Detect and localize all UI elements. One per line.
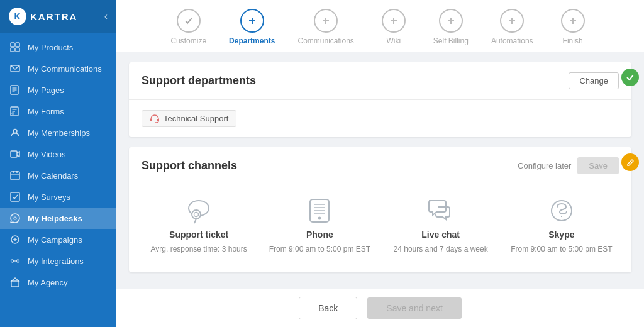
skype-name: Skype bbox=[548, 230, 574, 240]
step-label-automations: Automations bbox=[491, 36, 533, 45]
svg-line-43 bbox=[194, 219, 196, 223]
channels-card: Support channels Configure later Save Su… bbox=[129, 147, 631, 272]
channel-phone: Phone From 9:00 am to 5:00 pm EST bbox=[262, 191, 377, 260]
integrations-icon bbox=[10, 256, 21, 266]
wizard-step-departments[interactable]: Departments bbox=[218, 9, 286, 45]
channels-card-header: Support channels Configure later Save bbox=[129, 147, 631, 184]
departments-card-body: Technical Support bbox=[129, 100, 631, 137]
channel-live-chat: Live chat 24 hours and 7 days a week bbox=[384, 191, 498, 260]
sidebar-header: K KARTRA ‹ bbox=[0, 0, 116, 33]
step-circle-self-billing bbox=[439, 9, 463, 33]
sidebar-item-surveys[interactable]: My Surveys bbox=[0, 186, 116, 208]
svg-point-13 bbox=[13, 130, 17, 133]
svg-point-23 bbox=[17, 260, 19, 262]
svg-rect-1 bbox=[16, 43, 19, 47]
support-ticket-desc: Avrg. response time: 3 hours bbox=[151, 245, 247, 253]
page-footer: Back Save and next bbox=[116, 289, 644, 327]
phone-icon bbox=[305, 197, 334, 224]
change-button[interactable]: Change bbox=[569, 72, 619, 89]
sidebar-nav: My Products My Communications My Pages M… bbox=[0, 33, 116, 327]
sidebar-item-products[interactable]: My Products bbox=[0, 36, 116, 58]
main-content: Customize Departments Communications Wik… bbox=[116, 0, 644, 327]
forms-icon bbox=[10, 106, 21, 116]
sidebar-item-integrations[interactable]: My Integrations bbox=[0, 250, 116, 272]
tag-headset-icon bbox=[150, 114, 160, 123]
channel-skype: Skype From 9:00 am to 5:00 pm EST bbox=[504, 191, 619, 260]
channel-support-ticket: Support ticket Avrg. response time: 3 ho… bbox=[142, 191, 256, 260]
sidebar-item-agency[interactable]: My Agency bbox=[0, 272, 116, 293]
svg-rect-14 bbox=[11, 151, 17, 157]
svg-point-22 bbox=[11, 260, 14, 262]
helpdesks-icon bbox=[10, 213, 21, 223]
departments-card-header: Support departments Change bbox=[129, 62, 631, 100]
sidebar-collapse-button[interactable]: ‹ bbox=[104, 11, 108, 22]
sidebar-item-pages[interactable]: My Pages bbox=[0, 79, 116, 101]
products-icon bbox=[10, 42, 21, 52]
step-label-self-billing: Self Billing bbox=[433, 36, 469, 45]
step-label-communications: Communications bbox=[297, 36, 353, 45]
tag-label: Technical Support bbox=[164, 114, 228, 123]
step-circle-finish bbox=[561, 9, 585, 33]
logo-k-badge: K bbox=[9, 8, 26, 25]
configure-later-button[interactable]: Configure later bbox=[518, 161, 571, 170]
wizard-step-customize[interactable]: Customize bbox=[159, 9, 218, 45]
live-chat-name: Live chat bbox=[421, 230, 460, 240]
videos-icon bbox=[10, 149, 21, 159]
channels-title: Support channels bbox=[142, 159, 237, 172]
wizard-step-finish[interactable]: Finish bbox=[545, 9, 601, 45]
channels-actions: Configure later Save bbox=[518, 157, 619, 174]
sidebar-item-calendars[interactable]: My Calendars bbox=[0, 165, 116, 186]
sidebar-item-videos[interactable]: My Videos bbox=[0, 143, 116, 165]
skype-desc: From 9:00 am to 5:00 pm EST bbox=[511, 245, 612, 253]
step-circle-departments bbox=[240, 9, 264, 33]
sidebar-item-communications[interactable]: My Communications bbox=[0, 58, 116, 79]
phone-name: Phone bbox=[306, 230, 333, 240]
wizard-steps: Customize Departments Communications Wik… bbox=[116, 0, 644, 52]
phone-desc: From 9:00 am to 5:00 pm EST bbox=[269, 245, 370, 253]
skype-icon bbox=[548, 197, 575, 224]
save-next-button[interactable]: Save and next bbox=[367, 297, 462, 319]
sidebar-item-memberships[interactable]: My Memberships bbox=[0, 122, 116, 143]
agency-icon bbox=[10, 277, 21, 287]
departments-check-badge bbox=[621, 69, 639, 86]
wizard-step-communications[interactable]: Communications bbox=[286, 9, 365, 45]
step-circle-automations bbox=[500, 9, 524, 33]
pages-icon bbox=[10, 85, 21, 95]
wizard-step-automations[interactable]: Automations bbox=[480, 9, 545, 45]
technical-support-tag: Technical Support bbox=[142, 110, 236, 127]
page-content: Support departments Change Technical Sup… bbox=[116, 52, 644, 289]
campaigns-icon bbox=[10, 235, 21, 245]
departments-card: Support departments Change Technical Sup… bbox=[129, 62, 631, 137]
live-chat-icon bbox=[425, 197, 457, 224]
step-circle-customize bbox=[177, 9, 201, 33]
save-button[interactable]: Save bbox=[577, 157, 619, 174]
sidebar: K KARTRA ‹ My Products My Communications… bbox=[0, 0, 116, 327]
live-chat-desc: 24 hours and 7 days a week bbox=[394, 245, 488, 253]
channels-grid: Support ticket Avrg. response time: 3 ho… bbox=[129, 184, 631, 272]
svg-rect-3 bbox=[16, 48, 19, 52]
memberships-icon bbox=[10, 128, 21, 138]
svg-point-42 bbox=[194, 213, 199, 217]
wizard-step-wiki[interactable]: Wiki bbox=[365, 9, 422, 45]
support-ticket-name: Support ticket bbox=[169, 230, 228, 240]
svg-rect-25 bbox=[11, 281, 19, 287]
surveys-icon bbox=[10, 192, 21, 202]
step-label-departments: Departments bbox=[229, 36, 275, 45]
sidebar-item-campaigns[interactable]: My Campaigns bbox=[0, 229, 116, 250]
svg-rect-19 bbox=[11, 192, 19, 201]
svg-rect-2 bbox=[11, 48, 14, 52]
svg-rect-12 bbox=[12, 113, 14, 114]
wizard-step-self-billing[interactable]: Self Billing bbox=[422, 9, 480, 45]
step-circle-wiki bbox=[382, 9, 406, 33]
sidebar-item-forms[interactable]: My Forms bbox=[0, 101, 116, 122]
svg-rect-39 bbox=[157, 119, 159, 121]
back-button[interactable]: Back bbox=[299, 297, 357, 319]
support-ticket-icon bbox=[183, 197, 214, 224]
channels-edit-badge bbox=[621, 153, 639, 171]
communications-icon bbox=[10, 64, 21, 74]
svg-point-49 bbox=[318, 217, 321, 220]
step-label-wiki: Wiki bbox=[387, 36, 401, 45]
app-logo: K KARTRA bbox=[9, 8, 77, 25]
sidebar-item-helpdesks[interactable]: My Helpdesks bbox=[0, 208, 116, 229]
step-circle-communications bbox=[314, 9, 338, 33]
